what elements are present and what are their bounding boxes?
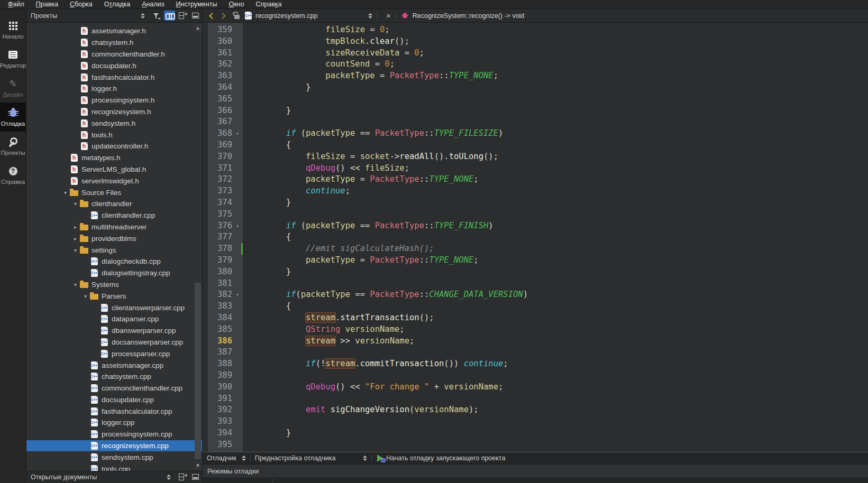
tree-item-multithreadserver[interactable]: ▸multithreadserver (26, 221, 202, 233)
code-line-395: 395 (203, 439, 868, 451)
tree-item-commonclienthandler.h[interactable]: hcommonclienthandler.h (26, 49, 202, 60)
chevron-right-icon[interactable]: ▸ (71, 224, 80, 230)
menu-item-tools[interactable]: Инструменты (170, 0, 223, 8)
fold-marker-icon[interactable]: ▾ (232, 289, 243, 301)
tree-item-clientanswerparser.cpp[interactable]: C++clientanswerparser.cpp (26, 302, 202, 313)
panel-combo-arrows-icon[interactable] (167, 475, 171, 480)
document-dropdown-icon[interactable] (368, 13, 372, 18)
menu-item-debug[interactable]: Отладка (98, 0, 136, 8)
tree-item-docsupdater.cpp[interactable]: C++docsupdater.cpp (26, 394, 202, 406)
folder-icon (80, 281, 88, 288)
fold-marker-icon[interactable]: ▾ (232, 220, 243, 232)
tree-item-source-files[interactable]: ▾Source Files (26, 187, 202, 198)
tree-item-serverlmswidget.h[interactable]: hserverlmswidget.h (26, 175, 202, 187)
symbol-breadcrumb[interactable]: RecognizeSystem::recognize() -> void (413, 12, 525, 20)
chevron-down-icon[interactable]: ▾ (81, 293, 90, 299)
token: TYPE_FINISH (434, 221, 489, 230)
chevron-down-icon[interactable]: ▾ (61, 190, 70, 196)
scroll-down-icon[interactable]: ▼ (194, 461, 202, 470)
menu-item-file[interactable]: Файл (2, 0, 30, 8)
code-text (243, 370, 246, 382)
tree-item-settings[interactable]: ▾settings (26, 244, 202, 256)
mode-label-projects: Проекты (1, 150, 25, 156)
chevron-down-icon[interactable]: ▾ (71, 201, 80, 207)
tree-item-fasthashcalculator.cpp[interactable]: C++fasthashcalculator.cpp (26, 405, 202, 417)
tree-item-tools.h[interactable]: htools.h (26, 129, 202, 141)
split-new-icon[interactable] (179, 473, 184, 480)
tree-item-assetsmanager.cpp[interactable]: C++assetsmanager.cpp (26, 359, 202, 371)
tree-item-metatypes.h[interactable]: hmetatypes.h (26, 152, 202, 164)
tree-item-processingsystem.cpp[interactable]: C++processingsystem.cpp (26, 429, 202, 440)
tree-item-sendsystem.cpp[interactable]: C++sendsystem.cpp (26, 451, 202, 463)
tree-item-clienthandler.cpp[interactable]: C++clienthandler.cpp (26, 210, 202, 221)
filter-icon[interactable] (153, 12, 160, 20)
tree-item-docsanswerparser.cpp[interactable]: C++docsanswerparser.cpp (26, 337, 202, 348)
menu-item-build[interactable]: Сборка (64, 0, 98, 8)
menu-item-help[interactable]: Справка (250, 0, 287, 8)
preset-combo-icon[interactable] (363, 456, 367, 461)
fold-marker-icon[interactable]: ▾ (232, 128, 243, 140)
hide-panel-icon[interactable] (192, 474, 199, 480)
tree-item-clienthandler[interactable]: ▾clienthandler (26, 198, 202, 210)
tree-item-tools.cpp[interactable]: C++tools.cpp (26, 463, 202, 471)
sync-with-editor-icon[interactable] (164, 11, 175, 21)
tree-item-fasthashcalculator.h[interactable]: hfasthashcalculator.h (26, 71, 202, 83)
debugger-preset-label[interactable]: Преднастройка отладчика (255, 454, 336, 462)
chevron-down-icon[interactable]: ▾ (71, 282, 80, 287)
tree-item-sendsystem.h[interactable]: hsendsystem.h (26, 117, 202, 129)
menu-item-window[interactable]: Окно (223, 0, 250, 8)
fold-spacer (232, 185, 243, 197)
close-document-icon[interactable]: × (381, 12, 396, 20)
tree-item-recognizesystem.cpp[interactable]: C++recognizesystem.cpp (26, 440, 202, 452)
tree-item-commonclienthandler.cpp[interactable]: C++commonclienthandler.cpp (26, 383, 202, 394)
tree-item-dialogcheckdb.cpp[interactable]: C++dialogcheckdb.cpp (26, 256, 202, 267)
debugger-selector-label[interactable]: Отладчик (207, 454, 236, 462)
tree-item-assetsmanager.h[interactable]: hassetsmanager.h (26, 25, 202, 37)
chevron-down-icon[interactable]: ▾ (71, 247, 80, 253)
mode-editor[interactable]: Редактор (0, 44, 26, 73)
debugger-combo-icon[interactable] (242, 456, 246, 461)
tree-item-providerdblms[interactable]: ▸providerdblms (26, 233, 202, 244)
mode-projects[interactable]: Проекты (0, 132, 26, 161)
token: ( (296, 290, 300, 299)
hide-panel-icon[interactable] (192, 13, 199, 18)
tree-item-processparser.cpp[interactable]: C++processparser.cpp (26, 348, 202, 359)
tree-item-dataparser.cpp[interactable]: C++dataparser.cpp (26, 313, 202, 325)
tree-item-logger.h[interactable]: hlogger.h (26, 83, 202, 95)
mode-welcome[interactable]: Начало (0, 15, 26, 44)
tree-item-chatsystem.cpp[interactable]: C++chatsystem.cpp (26, 371, 202, 383)
tree-item-updatecontroller.h[interactable]: hupdatecontroller.h (26, 141, 202, 152)
start-debug-icon[interactable] (377, 454, 383, 462)
open-file-name[interactable]: recognizesystem.cpp (255, 12, 368, 20)
tree-item-logger.cpp[interactable]: C++logger.cpp (26, 417, 202, 429)
panel-combo-arrows-icon[interactable] (141, 13, 145, 18)
tree-item-systems[interactable]: ▾Systems (26, 279, 202, 291)
tree-item-docsupdater.h[interactable]: hdocsupdater.h (26, 60, 202, 71)
cpp-file-icon: C++ (100, 327, 108, 335)
scrollbar-thumb[interactable] (195, 283, 201, 459)
cpp-file-icon: C++ (100, 315, 108, 323)
menu-item-analyze[interactable]: Анализ (136, 0, 170, 8)
split-new-icon[interactable] (179, 12, 184, 19)
tree-item-serverlms_global.h[interactable]: hServerLMS_global.h (26, 164, 202, 175)
tree-item-dialogsettingstray.cpp[interactable]: C++dialogsettingstray.cpp (26, 267, 202, 279)
code-editor[interactable]: 359 fileSize = 0;360 tmpBlock.clear();36… (203, 23, 868, 452)
scroll-up-icon[interactable]: ▲ (194, 24, 202, 32)
menu-item-edit[interactable]: Правка (30, 0, 64, 8)
open-documents-header[interactable]: Открытые документы (26, 471, 202, 482)
navigate-back-icon[interactable] (209, 13, 215, 18)
start-debug-label[interactable]: Начать отладку запускающего проекта (386, 454, 505, 462)
navigate-forward-icon[interactable] (220, 13, 225, 18)
tree-item-dbanswerparser.cpp[interactable]: C++dbanswerparser.cpp (26, 325, 202, 337)
mode-debug[interactable]: Отладка (0, 103, 26, 132)
tree-item-parsers[interactable]: ▾Parsers (26, 290, 202, 302)
tree-item-chatsystem.h[interactable]: hchatsystem.h (26, 37, 202, 49)
fold-spacer (232, 116, 243, 128)
chevron-right-icon[interactable]: ▸ (71, 236, 80, 242)
mode-design[interactable]: ✎Дизайн (0, 73, 26, 103)
tree-item-recognizesystem.h[interactable]: hrecognizesystem.h (26, 106, 202, 118)
tree-scrollbar[interactable]: ▲ ▼ (194, 23, 202, 471)
code-line-379: 379 packetType = PacketType::TYPE_NONE; (203, 255, 868, 266)
mode-help[interactable]: ?Справка (0, 161, 26, 190)
tree-item-processingsystem.h[interactable]: hprocessingsystem.h (26, 95, 202, 106)
